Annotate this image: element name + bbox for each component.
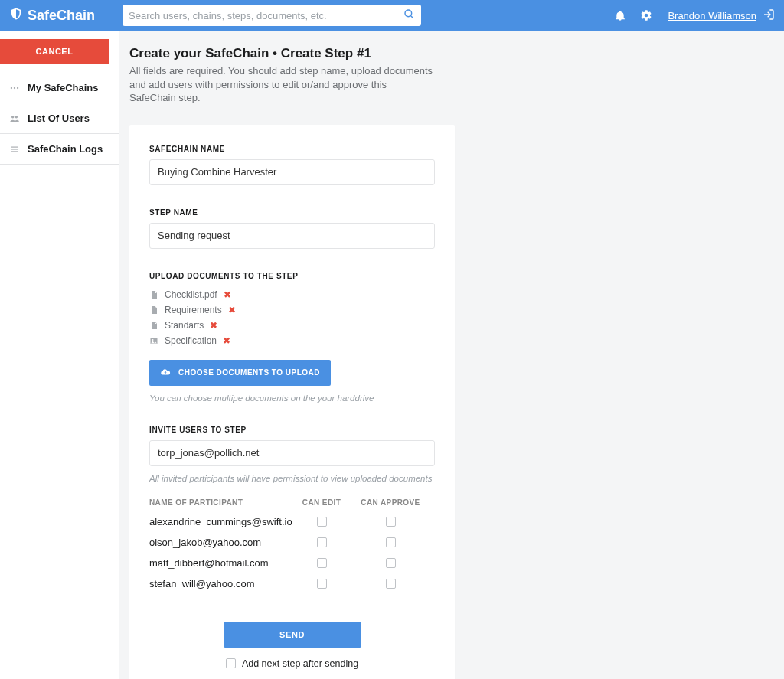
participants-header-name: NAME OF PARTICIPANT xyxy=(149,498,291,507)
invite-hint: All invited participants will have permi… xyxy=(149,474,435,483)
svg-point-4 xyxy=(14,87,15,88)
choose-documents-button[interactable]: CHOOSE DOCUMENTS TO UPLOAD xyxy=(149,360,331,386)
participants-header-approve: CAN APPROVE xyxy=(352,498,429,507)
search-bar[interactable] xyxy=(122,5,421,26)
sidebar-item-my-safechains[interactable]: My SafeChains xyxy=(0,73,119,103)
step-name-label: STEP NAME xyxy=(149,208,435,217)
svg-point-5 xyxy=(17,87,18,88)
document-row: Specification✖ xyxy=(149,335,435,346)
can-approve-checkbox[interactable] xyxy=(386,558,396,568)
document-name: Standarts xyxy=(165,320,204,331)
svg-point-7 xyxy=(15,115,18,118)
svg-point-12 xyxy=(152,339,154,341)
document-icon xyxy=(149,290,158,299)
document-icon xyxy=(149,305,158,315)
invite-block: INVITE USERS TO STEP All invited partici… xyxy=(149,426,435,669)
svg-point-0 xyxy=(405,10,412,17)
participants-header: NAME OF PARTICIPANT CAN EDIT CAN APPROVE xyxy=(149,498,435,507)
can-approve-checkbox[interactable] xyxy=(386,517,396,527)
participant-row: matt_dibbert@hotmail.com xyxy=(149,557,435,569)
add-next-step-checkbox[interactable] xyxy=(226,658,236,668)
can-approve-checkbox[interactable] xyxy=(386,579,396,589)
add-next-step-label: Add next step after sending xyxy=(242,658,358,669)
form-card: SAFECHAIN NAME STEP NAME UPLOAD DOCUMENT… xyxy=(129,125,455,679)
document-row: Standarts✖ xyxy=(149,320,435,331)
document-icon xyxy=(149,321,158,330)
remove-document-icon[interactable]: ✖ xyxy=(224,290,231,299)
dots-icon xyxy=(9,83,20,93)
page-subtitle: All fields are required. You should add … xyxy=(129,64,436,105)
svg-point-3 xyxy=(11,87,12,88)
sidebar-item-label: List Of Users xyxy=(28,113,90,124)
svg-line-1 xyxy=(411,16,413,18)
step-name-block: STEP NAME xyxy=(149,208,435,249)
user-menu[interactable]: Brandon Williamson xyxy=(668,8,775,23)
document-name: Specification xyxy=(165,335,217,346)
sidebar-item-label: My SafeChains xyxy=(28,82,98,93)
participant-email: matt_dibbert@hotmail.com xyxy=(149,557,291,569)
invite-label: INVITE USERS TO STEP xyxy=(149,426,435,434)
search-input[interactable] xyxy=(129,10,403,21)
brand-text: SafeChain xyxy=(28,8,95,24)
remove-document-icon[interactable]: ✖ xyxy=(228,305,236,315)
document-list: Checklist.pdf✖Requirements✖Standarts✖Spe… xyxy=(149,289,435,346)
search-icon[interactable] xyxy=(403,8,415,23)
can-edit-checkbox[interactable] xyxy=(317,558,327,568)
safechain-name-label: SAFECHAIN NAME xyxy=(149,145,435,153)
svg-point-6 xyxy=(11,115,14,118)
sidebar-item-list-of-users[interactable]: List Of Users xyxy=(0,103,119,134)
main-area: Create your SafeChain • Create Step #1 A… xyxy=(119,31,784,679)
participant-row: alexandrine_cummings@swift.io xyxy=(149,516,435,527)
participant-email: stefan_will@yahoo.com xyxy=(149,578,291,589)
document-name: Requirements xyxy=(165,305,222,315)
cloud-upload-icon xyxy=(160,367,171,379)
participant-row: olson_jakob@yahoo.com xyxy=(149,537,435,548)
can-edit-checkbox[interactable] xyxy=(317,517,327,527)
user-name: Brandon Williamson xyxy=(668,10,756,21)
can-edit-checkbox[interactable] xyxy=(317,537,327,547)
remove-document-icon[interactable]: ✖ xyxy=(210,321,217,330)
upload-label: UPLOAD DOCUMENTS TO THE STEP xyxy=(149,272,435,280)
send-button[interactable]: SEND xyxy=(224,622,361,648)
gear-icon[interactable] xyxy=(640,9,652,21)
safechain-name-input[interactable] xyxy=(149,159,435,185)
document-row: Checklist.pdf✖ xyxy=(149,289,435,300)
participant-email: alexandrine_cummings@swift.io xyxy=(149,516,291,527)
sidebar-item-safechain-logs[interactable]: SafeChain Logs xyxy=(0,134,119,165)
can-approve-checkbox[interactable] xyxy=(386,537,396,547)
bell-icon[interactable] xyxy=(614,9,626,21)
participant-row: stefan_will@yahoo.com xyxy=(149,578,435,589)
document-row: Requirements✖ xyxy=(149,305,435,315)
people-icon xyxy=(9,113,20,124)
remove-document-icon[interactable]: ✖ xyxy=(223,336,230,345)
add-next-step-row[interactable]: Add next step after sending xyxy=(149,658,435,669)
page-title: Create your SafeChain • Create Step #1 xyxy=(129,46,773,61)
upload-block: UPLOAD DOCUMENTS TO THE STEP Checklist.p… xyxy=(149,272,435,403)
safechain-name-block: SAFECHAIN NAME xyxy=(149,145,435,185)
choose-documents-label: CHOOSE DOCUMENTS TO UPLOAD xyxy=(178,368,320,377)
participants-header-edit: CAN EDIT xyxy=(291,498,352,507)
document-name: Checklist.pdf xyxy=(165,289,217,300)
upload-hint: You can choose multipe documents on the … xyxy=(149,393,435,403)
sidebar-item-label: SafeChain Logs xyxy=(28,143,103,155)
participant-email: olson_jakob@yahoo.com xyxy=(149,537,291,548)
can-edit-checkbox[interactable] xyxy=(317,579,327,589)
shield-icon xyxy=(9,7,23,24)
logout-icon[interactable] xyxy=(763,8,775,23)
sidebar: CANCEL My SafeChains List Of Users SafeC… xyxy=(0,31,119,679)
list-icon xyxy=(9,144,20,155)
participants-list: alexandrine_cummings@swift.ioolson_jakob… xyxy=(149,516,435,589)
step-name-input[interactable] xyxy=(149,223,435,249)
invite-email-input[interactable] xyxy=(149,440,435,466)
brand[interactable]: SafeChain xyxy=(9,7,95,24)
cancel-button[interactable]: CANCEL xyxy=(0,39,109,64)
image-icon xyxy=(149,336,158,345)
top-bar: SafeChain Brandon Williamson xyxy=(0,0,784,31)
